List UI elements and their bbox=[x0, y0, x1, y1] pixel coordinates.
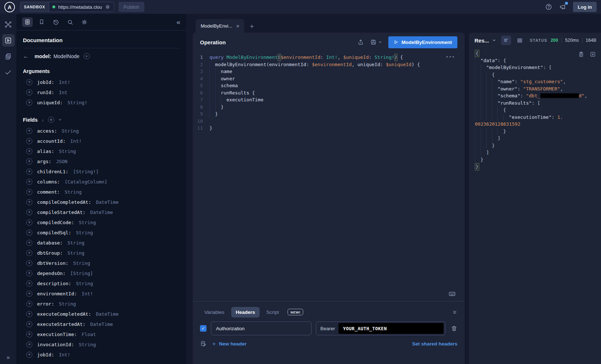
announcements-icon[interactable] bbox=[559, 3, 566, 11]
operation-editor[interactable]: 1query ModelByEnvironment($environmentId… bbox=[193, 52, 465, 301]
header-enabled-checkbox[interactable]: ✓ bbox=[200, 325, 207, 332]
code-line[interactable]: 1query ModelByEnvironment($environmentId… bbox=[193, 54, 465, 61]
code-line[interactable]: 3name bbox=[193, 68, 465, 75]
documentation-tab-icon[interactable] bbox=[22, 17, 33, 27]
sort-fields-icon[interactable]: ↓ bbox=[41, 117, 44, 122]
argument-row[interactable]: +uniqueId:String! bbox=[23, 97, 180, 108]
header-value-field[interactable]: Bearer YOUR_AUTH_TOKEN bbox=[316, 321, 445, 335]
save-icon[interactable] bbox=[370, 39, 377, 45]
add-field-button[interactable]: + bbox=[26, 352, 32, 358]
help-icon[interactable] bbox=[545, 3, 552, 11]
add-field-button[interactable]: + bbox=[26, 79, 32, 85]
add-field-button[interactable]: + bbox=[26, 240, 32, 246]
field-row[interactable]: +database:String bbox=[23, 238, 180, 248]
collapse-panel-icon[interactable] bbox=[452, 310, 457, 315]
field-row[interactable]: +comment:String bbox=[23, 187, 180, 197]
field-row[interactable]: +jobId:Int! bbox=[23, 349, 180, 360]
add-field-button[interactable]: + bbox=[26, 301, 32, 307]
connection-settings-gear-icon[interactable] bbox=[105, 4, 111, 10]
add-field-button[interactable]: + bbox=[26, 250, 32, 256]
auth-token-value[interactable]: YOUR_AUTH_TOKEN bbox=[338, 323, 444, 334]
add-field-button[interactable]: + bbox=[26, 270, 32, 276]
code-line[interactable]: 11} bbox=[193, 125, 465, 132]
field-row[interactable]: +alias:String bbox=[23, 146, 180, 156]
fields-chevron-icon[interactable] bbox=[58, 118, 62, 122]
field-row[interactable]: +compileStartedAt:DateTime bbox=[23, 207, 180, 217]
endpoint-url-field[interactable]: https://metadata.cloud.get bbox=[49, 2, 114, 12]
add-field-button[interactable]: + bbox=[26, 138, 32, 144]
field-row[interactable]: +error:String bbox=[23, 299, 180, 309]
header-name-input[interactable] bbox=[211, 321, 312, 335]
field-row[interactable]: +dbtGroup:String bbox=[23, 248, 180, 258]
field-row[interactable]: +invocationId:String bbox=[23, 339, 180, 349]
code-line[interactable]: 4owner bbox=[193, 75, 465, 82]
field-row[interactable]: +access:String bbox=[23, 126, 180, 136]
add-field-button[interactable]: + bbox=[26, 158, 32, 165]
checks-icon[interactable] bbox=[2, 66, 15, 78]
field-row[interactable]: +columns:[CatalogColumn] bbox=[23, 177, 180, 187]
save-operation-group[interactable] bbox=[370, 39, 382, 45]
copy-response-icon[interactable] bbox=[578, 51, 584, 57]
field-row[interactable]: +dependsOn:[String] bbox=[23, 268, 180, 278]
code-line[interactable]: 5schema bbox=[193, 82, 465, 89]
add-field-button[interactable]: + bbox=[26, 311, 32, 317]
field-row[interactable]: +args:JSON bbox=[23, 156, 180, 166]
add-all-fields-button[interactable]: + bbox=[48, 117, 54, 123]
field-row[interactable]: +executeStartedAt:DateTime bbox=[23, 319, 180, 329]
add-field-button[interactable]: + bbox=[26, 209, 32, 215]
add-field-button[interactable]: + bbox=[26, 179, 32, 185]
add-field-button[interactable]: + bbox=[26, 169, 32, 175]
share-operation-icon[interactable] bbox=[357, 39, 364, 45]
endpoint-url[interactable]: https://metadata.cloud.get bbox=[58, 4, 102, 10]
formatted-view-icon[interactable] bbox=[501, 36, 511, 45]
add-field-button[interactable]: + bbox=[26, 189, 32, 195]
explorer-icon[interactable] bbox=[2, 34, 15, 46]
field-row[interactable]: +compiledSql:String bbox=[23, 227, 180, 238]
delete-header-icon[interactable] bbox=[451, 325, 457, 332]
field-row[interactable]: +executeCompletedAt:DateTime bbox=[23, 309, 180, 319]
save-dropdown-chevron-icon[interactable] bbox=[378, 40, 382, 44]
add-type-button[interactable]: + bbox=[84, 53, 90, 59]
schema-icon[interactable] bbox=[2, 18, 15, 31]
add-field-button[interactable]: + bbox=[26, 128, 32, 134]
environment-variables-icon[interactable] bbox=[200, 340, 207, 347]
close-tab-icon[interactable]: × bbox=[236, 23, 240, 29]
search-icon[interactable] bbox=[65, 17, 75, 27]
add-field-button[interactable]: + bbox=[26, 230, 32, 236]
set-shared-headers-link[interactable]: Set shared headers bbox=[412, 341, 457, 347]
response-dropdown-chevron-icon[interactable] bbox=[492, 38, 496, 43]
add-field-button[interactable]: + bbox=[26, 280, 32, 287]
field-row[interactable]: +environmentId:Int! bbox=[23, 288, 180, 299]
code-line[interactable]: 9} bbox=[193, 110, 465, 118]
tab-script[interactable]: Script bbox=[262, 307, 284, 318]
saved-operations-icon[interactable] bbox=[36, 17, 47, 27]
code-line[interactable]: 10 bbox=[193, 118, 465, 125]
code-line[interactable]: 7executionTime bbox=[193, 96, 465, 104]
add-field-button[interactable]: + bbox=[26, 291, 32, 297]
add-field-button[interactable]: + bbox=[26, 219, 32, 226]
tab-variables[interactable]: Variables bbox=[200, 307, 229, 318]
field-row[interactable]: +childrenL1:[String!] bbox=[23, 166, 180, 177]
back-arrow-icon[interactable]: ← bbox=[23, 53, 29, 59]
argument-row[interactable]: +jobId:Int! bbox=[23, 77, 180, 87]
publish-button[interactable]: Publish bbox=[119, 2, 144, 12]
add-field-button[interactable]: + bbox=[26, 148, 32, 154]
operation-options-icon[interactable]: ••• bbox=[446, 54, 455, 59]
field-row[interactable]: +compiledCode:String bbox=[23, 217, 180, 227]
table-view-icon[interactable] bbox=[514, 36, 525, 45]
add-field-button[interactable]: + bbox=[26, 260, 32, 266]
add-field-button[interactable]: + bbox=[26, 331, 32, 337]
download-response-icon[interactable] bbox=[590, 51, 596, 57]
expand-rail-icon[interactable]: » bbox=[0, 354, 16, 361]
argument-row[interactable]: +runId:Int bbox=[23, 87, 180, 97]
explorer-settings-icon[interactable] bbox=[79, 17, 89, 27]
field-row[interactable]: +compileCompletedAt:DateTime bbox=[23, 197, 180, 207]
tab-headers[interactable]: Headers bbox=[231, 307, 259, 318]
code-line[interactable]: 2modelByEnvironment(environmentId: $envi… bbox=[193, 61, 465, 68]
run-operation-button[interactable]: ModelByEnvironment bbox=[388, 36, 457, 48]
code-line[interactable]: 8} bbox=[193, 104, 465, 111]
login-button[interactable]: Log in bbox=[573, 2, 597, 12]
field-row[interactable]: +executionTime:Float bbox=[23, 329, 180, 339]
add-field-button[interactable]: + bbox=[26, 341, 32, 348]
add-field-button[interactable]: + bbox=[26, 100, 32, 106]
